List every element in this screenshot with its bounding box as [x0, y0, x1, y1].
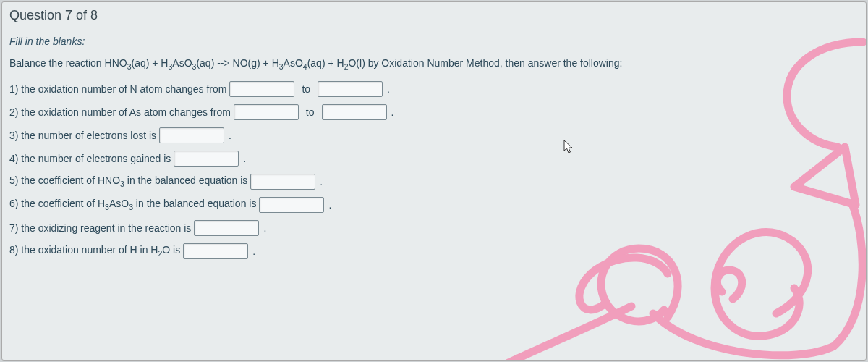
- q8-text: 8) the oxidation number of H in H: [9, 244, 158, 256]
- reaction-prefix: Balance the reaction: [9, 57, 105, 69]
- q3-label: 3) the number of electrons lost is: [9, 130, 156, 141]
- reaction-part: AsO: [172, 57, 192, 69]
- q8-text: O is: [162, 244, 180, 256]
- period: .: [387, 83, 390, 95]
- q4-label: 4) the number of electrons gained is: [9, 153, 171, 164]
- reaction-part: HNO: [105, 57, 127, 69]
- q6-text: AsO: [109, 198, 129, 209]
- q5-label: 5) the coefficient of HNO3 in the balanc…: [9, 174, 247, 188]
- q4-input[interactable]: [174, 151, 239, 167]
- question-row-4: 4) the number of electrons gained is .: [9, 151, 859, 167]
- reaction-part: (aq) --> NO(g) + H: [196, 57, 278, 69]
- q2-input-to[interactable]: [322, 104, 387, 120]
- period: .: [391, 106, 394, 118]
- q8-label: 8) the oxidation number of H in H2O is: [9, 244, 180, 258]
- question-row-5: 5) the coefficient of HNO3 in the balanc…: [9, 174, 859, 190]
- q1-input-from[interactable]: [229, 81, 294, 97]
- period: .: [243, 153, 246, 164]
- q5-text: 5) the coefficient of HNO: [9, 174, 120, 186]
- q3-input[interactable]: [159, 127, 224, 143]
- question-row-1: 1) the oxidation number of N atom change…: [9, 81, 859, 97]
- period: .: [320, 176, 323, 188]
- question-row-6: 6) the coefficient of H3AsO3 in the bala…: [9, 197, 859, 213]
- reaction-part: O(l) by Oxidation Number Method, then an…: [348, 57, 622, 69]
- q6-text: in the balanced equation is: [133, 198, 256, 209]
- period: .: [263, 222, 266, 234]
- to-label: to: [302, 83, 310, 95]
- question-header: Question 7 of 8: [2, 2, 866, 28]
- to-label: to: [306, 106, 315, 118]
- q5-text: in the balanced equation is: [124, 174, 247, 186]
- q8-input[interactable]: [183, 243, 248, 259]
- reaction-part: (aq) + H: [132, 57, 169, 69]
- reaction-text: Balance the reaction HNO3(aq) + H3AsO3(a…: [9, 57, 859, 71]
- period: .: [229, 130, 231, 141]
- q5-input[interactable]: [250, 174, 315, 190]
- question-panel: Question 7 of 8 Fill in the blanks: Bala…: [1, 1, 867, 361]
- question-row-7: 7) the oxidizing reagent in the reaction…: [9, 220, 859, 236]
- q1-input-to[interactable]: [318, 81, 383, 97]
- question-title: Question 7 of 8: [9, 8, 98, 22]
- q6-label: 6) the coefficient of H3AsO3 in the bala…: [9, 198, 256, 211]
- question-row-8: 8) the oxidation number of H in H2O is .: [9, 243, 859, 259]
- question-body: Fill in the blanks: Balance the reaction…: [2, 28, 866, 274]
- reaction-part: AsO: [284, 57, 303, 69]
- q2-label: 2) the oxidation number of As atom chang…: [9, 106, 231, 118]
- question-row-3: 3) the number of electrons lost is .: [9, 127, 859, 143]
- q6-input[interactable]: [259, 197, 324, 213]
- q1-label: 1) the oxidation number of N atom change…: [9, 83, 226, 95]
- q2-input-from[interactable]: [234, 104, 299, 120]
- q7-input[interactable]: [194, 220, 259, 236]
- period: .: [328, 199, 331, 211]
- reaction-part: (aq) + H: [307, 57, 344, 69]
- q6-text: 6) the coefficient of H: [9, 198, 105, 209]
- instruction-text: Fill in the blanks:: [9, 35, 859, 47]
- q7-label: 7) the oxidizing reagent in the reaction…: [9, 222, 191, 234]
- question-row-2: 2) the oxidation number of As atom chang…: [9, 104, 859, 120]
- period: .: [252, 245, 255, 257]
